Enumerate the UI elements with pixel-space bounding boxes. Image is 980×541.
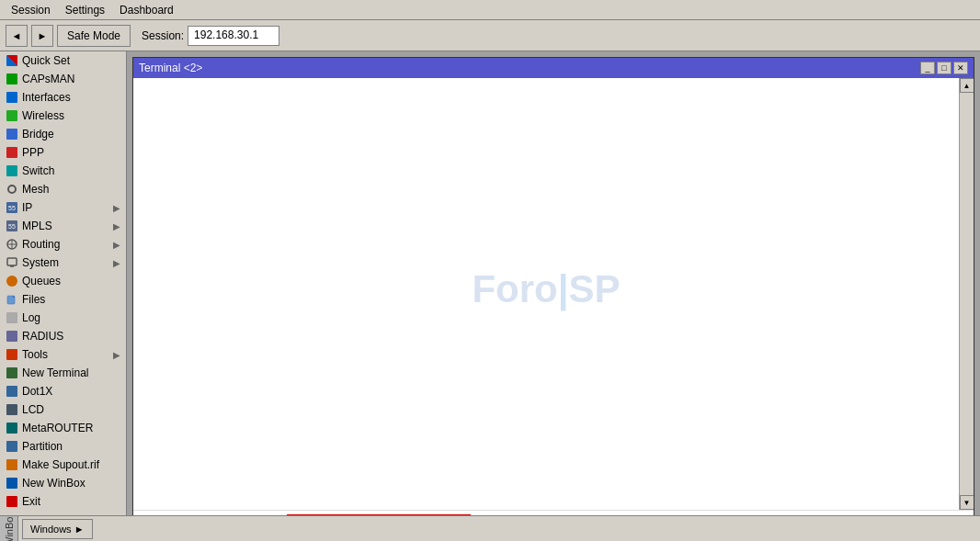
sidebar-item-quick-set[interactable]: Quick Set bbox=[0, 51, 126, 70]
routing-icon bbox=[6, 238, 18, 251]
system-icon bbox=[6, 256, 18, 269]
terminal-close-button[interactable]: ✕ bbox=[953, 62, 968, 74]
terminal-title: Terminal <2> bbox=[139, 62, 202, 74]
svg-rect-3 bbox=[7, 258, 17, 265]
mpls-icon: 55 bbox=[6, 220, 18, 232]
scroll-down-button[interactable]: ▼ bbox=[960, 495, 974, 510]
queues-icon bbox=[6, 275, 18, 287]
terminal-minimize-button[interactable]: _ bbox=[920, 62, 935, 74]
sidebar-item-ppp[interactable]: PPP bbox=[0, 143, 126, 162]
files-icon bbox=[6, 293, 18, 306]
taskbar: Windows ► bbox=[18, 515, 980, 541]
sidebar-item-dot1x[interactable]: Dot1X bbox=[0, 382, 126, 400]
sidebar-item-label: CAPsMAN bbox=[22, 73, 74, 85]
mesh-icon bbox=[6, 183, 18, 196]
mpls-arrow: ▶ bbox=[113, 221, 120, 231]
sidebar-item-label: Partition bbox=[22, 440, 63, 453]
sidebar-item-label: Dot1X bbox=[22, 385, 52, 398]
sidebar-item-make-supout[interactable]: Make Supout.rif bbox=[0, 456, 126, 474]
terminal-watermark: Foro|SP bbox=[472, 267, 620, 311]
tools-icon bbox=[6, 348, 18, 361]
sidebar-item-ip[interactable]: 55 IP ▶ bbox=[0, 198, 126, 217]
sidebar-item-switch[interactable]: Switch bbox=[0, 162, 126, 180]
menu-settings[interactable]: Settings bbox=[58, 2, 112, 18]
sidebar-item-new-winbox[interactable]: New WinBox bbox=[0, 474, 126, 492]
ip-arrow: ▶ bbox=[113, 203, 120, 213]
switch-icon bbox=[6, 164, 18, 177]
taskbar-windows-button[interactable]: Windows ► bbox=[22, 519, 93, 539]
sidebar-item-mpls[interactable]: 55 MPLS ▶ bbox=[0, 217, 126, 235]
wireless-icon bbox=[6, 109, 18, 122]
menu-bar: Session Settings Dashboard bbox=[0, 0, 980, 20]
sidebar-item-label: MetaROUTER bbox=[22, 422, 93, 434]
sidebar-item-label: Routing bbox=[22, 238, 60, 251]
interfaces-icon bbox=[6, 91, 18, 104]
lcd-icon bbox=[6, 403, 18, 416]
sidebar-item-new-terminal[interactable]: New Terminal bbox=[0, 364, 126, 382]
radius-icon bbox=[6, 330, 18, 343]
ppp-icon bbox=[6, 146, 18, 159]
sidebar-item-log[interactable]: Log bbox=[0, 309, 126, 327]
sidebar-item-label: Make Supout.rif bbox=[22, 458, 99, 471]
metarouter-icon bbox=[6, 422, 18, 434]
sidebar-item-mesh[interactable]: Mesh bbox=[0, 180, 126, 198]
sidebar-item-label: LCD bbox=[22, 403, 44, 416]
sidebar-item-system[interactable]: System ▶ bbox=[0, 254, 126, 272]
sidebar-item-label: Quick Set bbox=[22, 54, 70, 67]
sidebar: Quick Set CAPsMAN Interfaces Wireless Br bbox=[0, 51, 127, 541]
sidebar-item-tools[interactable]: Tools ▶ bbox=[0, 345, 126, 364]
sidebar-item-label: Interfaces bbox=[22, 91, 71, 104]
sidebar-item-queues[interactable]: Queues bbox=[0, 272, 126, 290]
sidebar-item-label: Log bbox=[22, 311, 40, 324]
sidebar-item-interfaces[interactable]: Interfaces bbox=[0, 88, 126, 107]
dot1x-icon bbox=[6, 385, 18, 398]
toolbar: ◄ ► Safe Mode Session: 192.168.30.1 bbox=[0, 20, 980, 51]
sidebar-item-label: System bbox=[22, 256, 59, 269]
sidebar-item-label: Wireless bbox=[22, 109, 64, 122]
session-value: 192.168.30.1 bbox=[188, 26, 279, 46]
forward-button[interactable]: ► bbox=[31, 25, 53, 47]
menu-session[interactable]: Session bbox=[4, 2, 58, 18]
terminal-maximize-button[interactable]: □ bbox=[937, 62, 952, 74]
terminal-body: Foro|SP bbox=[133, 78, 959, 510]
new-winbox-icon bbox=[6, 477, 18, 490]
exit-icon bbox=[6, 495, 18, 508]
terminal-window: Terminal <2> _ □ ✕ Foro|SP ▲ ▼ bbox=[132, 57, 974, 535]
sidebar-item-files[interactable]: Files bbox=[0, 290, 126, 309]
make-supout-icon bbox=[6, 458, 18, 471]
sidebar-item-label: IP bbox=[22, 201, 32, 214]
terminal-with-scroll: Foro|SP ▲ ▼ bbox=[133, 78, 974, 510]
content-area: Terminal <2> _ □ ✕ Foro|SP ▲ ▼ bbox=[127, 51, 980, 541]
sidebar-item-metarouter[interactable]: MetaROUTER bbox=[0, 419, 126, 437]
sidebar-item-label: New Terminal bbox=[22, 366, 88, 379]
sidebar-item-label: Queues bbox=[22, 275, 61, 287]
sidebar-item-label: PPP bbox=[22, 146, 44, 159]
watermark-dot: | bbox=[558, 267, 569, 310]
back-button[interactable]: ◄ bbox=[6, 25, 28, 47]
sidebar-item-routing[interactable]: Routing ▶ bbox=[0, 235, 126, 254]
sidebar-item-lcd[interactable]: LCD bbox=[0, 400, 126, 419]
terminal-scrollbar: ▲ ▼ bbox=[959, 78, 974, 510]
winbox-rotated-text: WinBox bbox=[4, 515, 15, 541]
sidebar-item-capsman[interactable]: CAPsMAN bbox=[0, 70, 126, 88]
terminal-titlebar: Terminal <2> _ □ ✕ bbox=[133, 58, 974, 78]
sidebar-item-label: Mesh bbox=[22, 183, 49, 196]
safe-mode-button[interactable]: Safe Mode bbox=[57, 25, 131, 47]
new-terminal-icon bbox=[6, 366, 18, 379]
quick-set-icon bbox=[6, 54, 18, 67]
sidebar-item-label: Switch bbox=[22, 164, 54, 177]
partition-icon bbox=[6, 440, 18, 453]
session-label: Session: bbox=[142, 29, 184, 42]
sidebar-item-label: Tools bbox=[22, 348, 48, 361]
sidebar-item-bridge[interactable]: Bridge bbox=[0, 125, 126, 143]
main-layout: Quick Set CAPsMAN Interfaces Wireless Br bbox=[0, 51, 980, 541]
sidebar-item-wireless[interactable]: Wireless bbox=[0, 107, 126, 125]
terminal-controls: _ □ ✕ bbox=[920, 62, 968, 74]
sidebar-item-radius[interactable]: RADIUS bbox=[0, 327, 126, 345]
sidebar-item-partition[interactable]: Partition bbox=[0, 437, 126, 456]
taskbar-windows-arrow: ► bbox=[74, 524, 85, 535]
taskbar-windows-label: Windows bbox=[30, 524, 72, 535]
scroll-up-button[interactable]: ▲ bbox=[960, 78, 974, 93]
menu-dashboard[interactable]: Dashboard bbox=[112, 2, 181, 18]
sidebar-item-exit[interactable]: Exit bbox=[0, 492, 126, 511]
